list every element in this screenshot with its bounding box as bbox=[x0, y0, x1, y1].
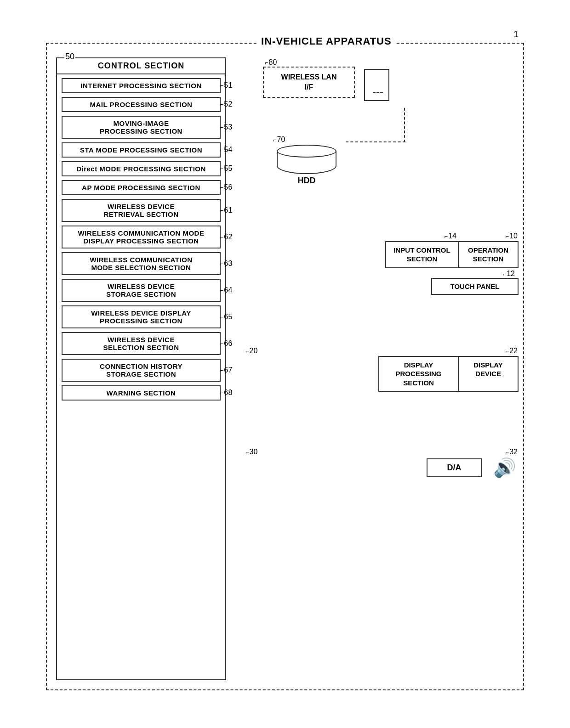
display-ref-20: 20 bbox=[245, 347, 257, 355]
ref-num-53: 53 bbox=[220, 123, 233, 131]
wlan-inner: WIRELESS LAN I/F bbox=[263, 67, 355, 98]
outer-ref: 1 bbox=[513, 29, 519, 40]
display-row: DISPLAY PROCESSING SECTION DISPLAY DEVIC… bbox=[245, 356, 519, 392]
ref-num-63: 63 bbox=[220, 260, 233, 268]
speaker-icon: 🔊 bbox=[491, 457, 519, 479]
control-section-box: CONTROL SECTION 50 INTERNET PROCESSING S… bbox=[56, 57, 226, 680]
wlan-label: WIRELESS LAN I/F bbox=[281, 73, 337, 91]
section-row-56: AP MODE PROCESSING SECTION56 bbox=[62, 180, 221, 195]
touch-panel-area: 12 TOUCH PANEL bbox=[431, 278, 519, 295]
section-row-55: Direct MODE PROCESSING SECTION55 bbox=[62, 161, 221, 176]
da-area: 30 32 D/A 🔊 bbox=[245, 457, 519, 479]
display-proc-label: DISPLAY PROCESSING SECTION bbox=[395, 361, 441, 387]
hdd-label: HDD bbox=[272, 176, 341, 186]
section-row-51: INTERNET PROCESSING SECTION51 bbox=[62, 78, 221, 93]
section-row-68: WARNING SECTION68 bbox=[62, 385, 221, 401]
touch-ref: 12 bbox=[503, 270, 515, 278]
display-dev-label: DISPLAY DEVICE bbox=[473, 361, 503, 378]
hdd-top bbox=[277, 145, 336, 158]
ref-num-52: 52 bbox=[220, 100, 233, 108]
ref-num-62: 62 bbox=[220, 233, 233, 241]
op-ref-10: 10 bbox=[506, 232, 518, 240]
ref-num-55: 55 bbox=[220, 164, 233, 173]
in-vehicle-apparatus-box: IN-VEHICLE APPARATUS 1 CONTROL SECTION 5… bbox=[46, 43, 524, 690]
display-proc-box: DISPLAY PROCESSING SECTION bbox=[378, 356, 459, 392]
section-row-62: WIRELESS COMMUNICATION MODE DISPLAY PROC… bbox=[62, 226, 221, 248]
section-row-63: WIRELESS COMMUNICATION MODE SELECTION SE… bbox=[62, 252, 221, 275]
section-row-64: WIRELESS DEVICE STORAGE SECTION64 bbox=[62, 279, 221, 302]
control-section-header: CONTROL SECTION bbox=[57, 58, 225, 74]
section-row-61: WIRELESS DEVICE RETRIEVAL SECTION61 bbox=[62, 199, 221, 222]
ref-num-56: 56 bbox=[220, 183, 233, 192]
touch-panel-label: TOUCH PANEL bbox=[450, 282, 500, 290]
ref-num-51: 51 bbox=[220, 81, 233, 90]
da-label: D/A bbox=[447, 463, 462, 472]
vert-dashed bbox=[404, 108, 405, 142]
left-col-ref: 50 bbox=[64, 52, 75, 62]
display-area: 20 22 DISPLAY PROCESSING SECTION DISPLAY… bbox=[245, 356, 519, 392]
ref-num-68: 68 bbox=[220, 389, 233, 397]
input-op-row: INPUT CONTROL SECTION OPERATION SECTION bbox=[245, 241, 519, 268]
wlan-box: 80 WIRELESS LAN I/F bbox=[263, 67, 355, 98]
section-row-67: CONNECTION HISTORY STORAGE SECTION67 bbox=[62, 359, 221, 382]
op-ref-14: 14 bbox=[445, 232, 456, 240]
input-control-box: INPUT CONTROL SECTION bbox=[385, 241, 459, 268]
op-area: 10 14 INPUT CONTROL SECTION OPERATION SE… bbox=[245, 241, 519, 268]
operation-box: OPERATION SECTION bbox=[459, 241, 519, 268]
ref-num-67: 67 bbox=[220, 366, 233, 374]
hdd-ref: 70 bbox=[273, 135, 285, 144]
da-ref-32: 32 bbox=[506, 448, 518, 456]
hdd-cylinder bbox=[277, 145, 336, 174]
display-dev-box: DISPLAY DEVICE bbox=[459, 356, 519, 392]
section-row-65: WIRELESS DEVICE DISPLAY PROCESSING SECTI… bbox=[62, 305, 221, 328]
ref-num-65: 65 bbox=[220, 313, 233, 321]
horiz-dashed-bottom bbox=[346, 141, 405, 142]
da-box: D/A bbox=[427, 458, 482, 477]
outer-label: IN-VEHICLE APPARATUS bbox=[257, 35, 395, 47]
da-ref-30: 30 bbox=[245, 448, 257, 456]
touch-panel-box: TOUCH PANEL bbox=[431, 278, 519, 295]
da-row: D/A 🔊 bbox=[245, 457, 519, 479]
ref-num-66: 66 bbox=[220, 339, 233, 348]
section-row-54: STA MODE PROCESSING SECTION54 bbox=[62, 142, 221, 158]
section-row-66: WIRELESS DEVICE SELECTION SECTION66 bbox=[62, 332, 221, 355]
hdd-container: 70 HDD bbox=[272, 145, 341, 186]
input-control-label: INPUT CONTROL SECTION bbox=[393, 246, 450, 263]
ref-num-64: 64 bbox=[220, 286, 233, 294]
section-row-53: MOVING-IMAGE PROCESSING SECTION53 bbox=[62, 116, 221, 139]
ref-num-61: 61 bbox=[220, 206, 233, 214]
right-area: 80 WIRELESS LAN I/F 70 HDD bbox=[245, 57, 519, 680]
wlan-ref: 80 bbox=[265, 58, 277, 67]
section-row-52: MAIL PROCESSING SECTION52 bbox=[62, 97, 221, 112]
operation-label: OPERATION SECTION bbox=[468, 246, 508, 263]
diagram-page: IN-VEHICLE APPARATUS 1 CONTROL SECTION 5… bbox=[32, 24, 538, 704]
display-ref-22: 22 bbox=[506, 347, 518, 355]
wlan-small-rect bbox=[364, 69, 389, 101]
ref-num-54: 54 bbox=[220, 146, 233, 154]
